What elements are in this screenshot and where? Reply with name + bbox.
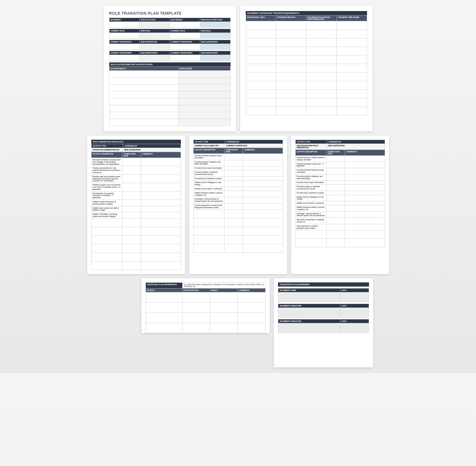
date-input[interactable] (340, 308, 369, 317)
comments-input[interactable] (243, 203, 283, 210)
completion-date-input[interactable] (224, 210, 243, 218)
completion-date-input[interactable] (122, 235, 141, 244)
completion-date-input[interactable] (224, 227, 243, 235)
completion-date-input[interactable] (224, 160, 243, 166)
completion-date-input[interactable] (224, 166, 243, 170)
comments-input[interactable] (345, 191, 385, 195)
completion-date-input[interactable] (327, 230, 345, 239)
comments-input[interactable] (141, 235, 181, 244)
completion-date-input[interactable] (327, 239, 345, 247)
comments-input[interactable] (243, 210, 283, 218)
completion-date-input[interactable] (224, 154, 243, 160)
completion-date-input[interactable] (327, 185, 345, 191)
comments-input[interactable] (345, 156, 385, 162)
completion-date-input[interactable] (327, 174, 345, 181)
completion-date-input[interactable] (327, 211, 345, 218)
comments-input[interactable] (243, 218, 283, 227)
completion-date-input[interactable] (327, 156, 345, 162)
activity-description (193, 210, 224, 218)
comments-input[interactable] (243, 154, 283, 160)
comments-input[interactable] (243, 181, 283, 187)
completion-date-input[interactable] (224, 191, 243, 197)
completion-date-input[interactable] (224, 176, 243, 181)
incumbent-signature-input[interactable] (278, 308, 340, 317)
comments-input[interactable] (345, 205, 385, 211)
comments-input[interactable] (243, 166, 283, 170)
comments-input[interactable] (141, 227, 181, 235)
completion-date-input[interactable] (122, 244, 141, 253)
completion-date-input[interactable] (122, 166, 141, 174)
comments-input[interactable] (243, 227, 283, 235)
comments-input[interactable] (345, 174, 385, 181)
completion-date-input[interactable] (224, 170, 243, 176)
completion-date-input[interactable] (122, 174, 141, 183)
comments-input[interactable] (243, 170, 283, 176)
completion-date-input[interactable] (224, 218, 243, 227)
comments-input[interactable] (243, 244, 283, 252)
comments-input[interactable] (141, 261, 181, 270)
comments-input[interactable] (345, 181, 385, 185)
completion-date-input[interactable] (327, 162, 345, 168)
comments-input[interactable] (345, 211, 385, 218)
completion-date-input[interactable] (122, 261, 141, 270)
comments-input[interactable] (141, 253, 181, 261)
comments-input[interactable] (345, 168, 385, 174)
completion-date-input[interactable] (122, 158, 141, 166)
comments-input[interactable] (141, 158, 181, 166)
completion-date-input[interactable] (224, 181, 243, 187)
incumbent-input[interactable] (109, 22, 140, 28)
comments-input[interactable] (345, 224, 385, 230)
completion-date-input[interactable] (224, 197, 243, 203)
page-title: ROLE TRANSITION PLAN TEMPLATE (109, 11, 231, 15)
completion-date-input[interactable] (122, 191, 141, 200)
completion-date-input[interactable] (327, 218, 345, 224)
completion-date-input[interactable] (122, 206, 141, 212)
comments-input[interactable] (141, 218, 181, 227)
comments-input[interactable] (345, 218, 385, 224)
comments-input[interactable] (345, 239, 385, 247)
comments-input[interactable] (243, 197, 283, 203)
comments-input[interactable] (243, 235, 283, 244)
completion-date-input[interactable] (224, 203, 243, 210)
comments-input[interactable] (141, 174, 181, 183)
comments-input[interactable] (243, 187, 283, 191)
comments-input[interactable] (141, 166, 181, 174)
comments-input[interactable] (345, 230, 385, 239)
incumbent-name-input[interactable] (278, 292, 340, 302)
role-exit-date-input[interactable] (140, 22, 170, 28)
completion-date-input[interactable] (224, 187, 243, 191)
comments-input[interactable] (345, 195, 385, 201)
comments-input[interactable] (243, 160, 283, 166)
comments-input[interactable] (345, 201, 385, 205)
completion-date-input[interactable] (122, 227, 141, 235)
date-input[interactable] (340, 292, 369, 302)
completion-date-input[interactable] (224, 235, 243, 244)
comments-input[interactable] (141, 212, 181, 219)
completion-date-input[interactable] (327, 205, 345, 211)
completion-date-input[interactable] (122, 253, 141, 261)
comments-input[interactable] (243, 176, 283, 181)
completion-date-input[interactable] (122, 218, 141, 227)
completion-date-input[interactable] (327, 168, 345, 174)
completion-date-input[interactable] (122, 183, 141, 191)
comments-input[interactable] (345, 162, 385, 168)
comments-input[interactable] (141, 191, 181, 200)
comments-input[interactable] (141, 183, 181, 191)
incumbent-signature-input-2[interactable] (278, 323, 340, 333)
completion-date-input[interactable] (122, 200, 141, 206)
completion-date-input[interactable] (224, 244, 243, 252)
completion-date-input[interactable] (327, 191, 345, 195)
comments-input[interactable] (345, 185, 385, 191)
completion-date-input[interactable] (327, 181, 345, 185)
successor-input[interactable] (170, 22, 200, 28)
completion-date-input[interactable] (327, 224, 345, 230)
completion-date-input[interactable] (327, 201, 345, 205)
comments-input[interactable] (141, 200, 181, 206)
comments-input[interactable] (141, 244, 181, 253)
comments-input[interactable] (243, 191, 283, 197)
comments-input[interactable] (141, 206, 181, 212)
new-role-start-date-input[interactable] (200, 22, 230, 28)
completion-date-input[interactable] (327, 195, 345, 201)
completion-date-input[interactable] (122, 212, 141, 219)
date-input[interactable] (340, 323, 369, 333)
